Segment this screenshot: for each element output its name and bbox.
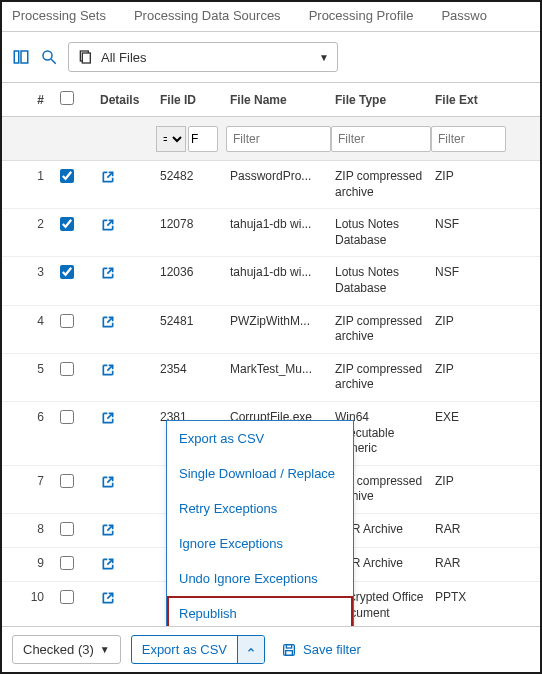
file-type-filter-dropdown[interactable]: All Files ▼	[68, 42, 338, 72]
file-name-filter-input[interactable]	[226, 126, 331, 152]
ctx-item-export-as-csv[interactable]: Export as CSV	[167, 421, 353, 456]
filter-row: =	[2, 117, 540, 161]
cell-file-ext: PPTX	[431, 590, 506, 604]
open-details-icon[interactable]	[100, 265, 156, 281]
svg-point-2	[43, 51, 52, 60]
grid-header: # Details File ID File Name File Type Fi…	[2, 82, 540, 117]
svg-rect-7	[286, 644, 291, 647]
tab-processing-sets[interactable]: Processing Sets	[12, 8, 106, 23]
row-number: 2	[6, 217, 56, 231]
table-row: 3 12036 tahuja1-db wi... Lotus Notes Dat…	[2, 257, 540, 305]
save-filter-link[interactable]: Save filter	[281, 642, 361, 658]
cell-file-type: ZIP compressed archive	[331, 314, 431, 345]
col-file-type[interactable]: File Type	[331, 93, 431, 107]
file-filter-label: All Files	[101, 50, 311, 65]
svg-rect-5	[82, 53, 90, 63]
ctx-item-single-download-replace[interactable]: Single Download / Replace	[167, 456, 353, 491]
search-icon[interactable]	[40, 48, 58, 66]
row-checkbox[interactable]	[60, 590, 74, 604]
tab-processing-data-sources[interactable]: Processing Data Sources	[134, 8, 281, 23]
save-filter-label: Save filter	[303, 642, 361, 657]
checked-count-label: Checked (3)	[23, 642, 94, 657]
file-id-filter-input[interactable]	[188, 126, 218, 152]
row-number: 6	[6, 410, 56, 424]
row-checkbox[interactable]	[60, 522, 74, 536]
tab-passwords[interactable]: Passwo	[441, 8, 487, 23]
svg-rect-8	[286, 650, 293, 655]
col-file-id[interactable]: File ID	[156, 93, 226, 107]
row-checkbox[interactable]	[60, 362, 74, 376]
toolbar: All Files ▼	[2, 32, 540, 82]
col-number[interactable]: #	[6, 93, 56, 107]
row-number: 1	[6, 169, 56, 183]
row-number: 5	[6, 362, 56, 376]
save-filter-icon	[281, 642, 297, 658]
open-details-icon[interactable]	[100, 474, 156, 490]
file-ext-filter-input[interactable]	[431, 126, 506, 152]
cell-file-ext: ZIP	[431, 474, 506, 488]
files-icon	[77, 49, 93, 65]
svg-line-3	[51, 59, 56, 64]
ctx-item-retry-exceptions[interactable]: Retry Exceptions	[167, 491, 353, 526]
row-number: 4	[6, 314, 56, 328]
export-split-button: Export as CSV	[131, 635, 265, 664]
row-checkbox[interactable]	[60, 217, 74, 231]
svg-rect-0	[14, 51, 19, 63]
cell-file-id: 12036	[156, 265, 226, 279]
tab-processing-profile[interactable]: Processing Profile	[309, 8, 414, 23]
export-csv-button[interactable]: Export as CSV	[132, 636, 237, 663]
checked-count-dropdown[interactable]: Checked (3) ▼	[12, 635, 121, 664]
open-details-icon[interactable]	[100, 169, 156, 185]
col-select-all[interactable]	[56, 91, 96, 108]
cell-file-id: 52482	[156, 169, 226, 183]
cell-file-id: 52481	[156, 314, 226, 328]
row-checkbox[interactable]	[60, 169, 74, 183]
file-id-operator[interactable]: =	[156, 126, 186, 152]
top-nav: Processing Sets Processing Data Sources …	[2, 2, 540, 32]
cell-file-ext: NSF	[431, 265, 506, 279]
cell-file-name: MarkTest_Mu...	[226, 362, 331, 376]
cell-file-id: 2354	[156, 362, 226, 376]
cell-file-type: ZIP compressed archive	[331, 169, 431, 200]
cell-file-ext: ZIP	[431, 169, 506, 183]
cell-file-type: Lotus Notes Database	[331, 217, 431, 248]
row-number: 10	[6, 590, 56, 604]
row-checkbox[interactable]	[60, 556, 74, 570]
open-details-icon[interactable]	[100, 590, 156, 606]
open-details-icon[interactable]	[100, 556, 156, 572]
ctx-item-undo-ignore-exceptions[interactable]: Undo Ignore Exceptions	[167, 561, 353, 596]
cell-file-name: PWZipWithM...	[226, 314, 331, 328]
layout-icon[interactable]	[12, 48, 30, 66]
file-id-filter: =	[156, 126, 226, 152]
col-file-ext[interactable]: File Ext	[431, 93, 506, 107]
select-all-checkbox[interactable]	[60, 91, 74, 105]
row-number: 3	[6, 265, 56, 279]
row-number: 7	[6, 474, 56, 488]
row-checkbox[interactable]	[60, 410, 74, 424]
svg-rect-1	[21, 51, 28, 63]
table-row: 1 52482 PasswordPro... ZIP compressed ar…	[2, 161, 540, 209]
cell-file-id: 12078	[156, 217, 226, 231]
open-details-icon[interactable]	[100, 362, 156, 378]
row-checkbox[interactable]	[60, 314, 74, 328]
export-caret-button[interactable]	[237, 636, 264, 663]
col-details[interactable]: Details	[96, 93, 156, 107]
col-file-name[interactable]: File Name	[226, 93, 331, 107]
cell-file-name: PasswordPro...	[226, 169, 331, 183]
cell-file-ext: RAR	[431, 522, 506, 536]
footer: Checked (3) ▼ Export as CSV Save filter	[2, 626, 540, 672]
cell-file-ext: RAR	[431, 556, 506, 570]
open-details-icon[interactable]	[100, 314, 156, 330]
chevron-down-icon: ▼	[319, 52, 329, 63]
caret-down-icon: ▼	[100, 644, 110, 655]
ctx-item-ignore-exceptions[interactable]: Ignore Exceptions	[167, 526, 353, 561]
open-details-icon[interactable]	[100, 410, 156, 426]
open-details-icon[interactable]	[100, 522, 156, 538]
open-details-icon[interactable]	[100, 217, 156, 233]
table-row: 4 52481 PWZipWithM... ZIP compressed arc…	[2, 306, 540, 354]
file-type-filter-input[interactable]	[331, 126, 431, 152]
cell-file-ext: ZIP	[431, 314, 506, 328]
row-checkbox[interactable]	[60, 265, 74, 279]
cell-file-type: ZIP compressed archive	[331, 362, 431, 393]
row-checkbox[interactable]	[60, 474, 74, 488]
